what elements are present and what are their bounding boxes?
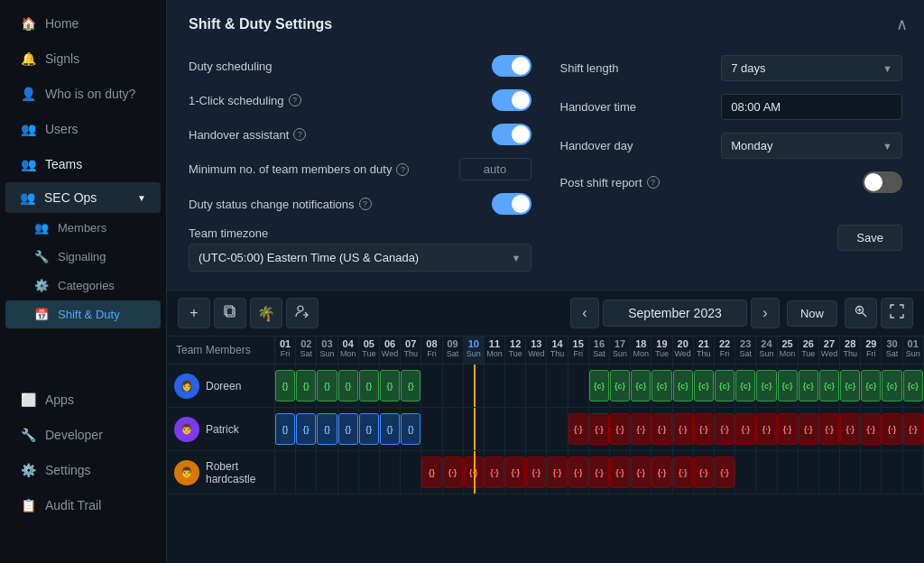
cal-cell-1-0[interactable]: {} [275,408,296,450]
cal-cell-1-21[interactable]: {·} [715,408,735,450]
cal-cell-2-25[interactable] [799,451,819,494]
save-button[interactable]: Save [837,225,902,251]
copy-button[interactable] [214,298,246,328]
handover-time-input[interactable]: 08:00 AM [721,94,902,120]
cal-cell-2-16[interactable]: {·} [610,451,631,494]
cal-cell-1-17[interactable]: {·} [631,408,651,450]
cal-cell-1-26[interactable]: {·} [819,408,840,450]
sidebar-sub-signaling[interactable]: 🔧 Signaling [5,243,161,271]
cal-cell-0-7[interactable] [421,365,442,407]
sidebar-sub-members[interactable]: 👥 Members [5,214,161,242]
holiday-button[interactable]: 🌴 [250,298,282,328]
sidebar-item-audit-trail[interactable]: 📋 Audit Trail [5,488,161,522]
cal-cell-1-6[interactable]: {} [401,408,421,450]
cal-cell-0-10[interactable] [485,365,505,407]
cal-cell-1-29[interactable]: {·} [882,408,902,450]
sidebar-sub-shift-duty[interactable]: 📅 Shift & Duty [5,300,161,328]
cal-cell-2-7[interactable]: {} [421,451,442,494]
cal-cell-0-0[interactable]: {} [275,365,296,407]
cal-cell-1-7[interactable] [421,408,442,450]
cal-cell-1-12[interactable] [526,408,547,450]
cal-cell-1-23[interactable]: {·} [756,408,777,450]
cal-cell-2-14[interactable]: {·} [568,451,589,494]
cal-cell-0-24[interactable]: {c} [778,365,799,407]
cal-cell-0-16[interactable]: {c} [610,365,631,407]
cal-cell-1-1[interactable]: {} [296,408,317,450]
duty-status-help-icon[interactable]: ? [359,198,372,210]
cal-cell-1-19[interactable]: {·} [673,408,694,450]
cal-cell-1-15[interactable]: {·} [589,408,610,450]
one-click-toggle[interactable] [492,89,531,111]
sidebar-item-home[interactable]: 🏠 Home [5,6,161,41]
cal-cell-1-2[interactable]: {} [317,408,337,450]
cal-cell-1-3[interactable]: {} [338,408,359,450]
cal-cell-2-15[interactable]: {·} [589,451,610,494]
sidebar-sub-categories[interactable]: ⚙️ Categories [5,272,161,300]
cal-cell-1-14[interactable]: {·} [568,408,589,450]
duty-status-toggle[interactable] [492,193,531,215]
assign-button[interactable] [286,298,319,328]
cal-cell-2-18[interactable]: {·} [651,451,672,494]
cal-cell-0-8[interactable] [443,365,464,407]
shift-length-select[interactable]: 7 days ▼ [721,55,902,81]
cal-cell-1-18[interactable]: {·} [651,408,672,450]
cal-cell-0-21[interactable]: {c} [715,365,735,407]
cal-cell-0-1[interactable]: {} [296,365,317,407]
cal-cell-0-25[interactable]: {c} [799,365,819,407]
cal-cell-2-4[interactable] [359,451,380,494]
sidebar-item-signls[interactable]: 🔔 Signls [5,42,161,76]
cal-cell-1-20[interactable]: {·} [694,408,715,450]
cal-cell-0-30[interactable]: {c} [903,365,924,407]
cal-cell-0-6[interactable]: {} [401,365,421,407]
cal-cell-2-28[interactable] [861,451,882,494]
cal-cell-0-27[interactable]: {c} [840,365,861,407]
prev-month-button[interactable]: ‹ [570,298,599,328]
cal-cell-2-23[interactable] [756,451,777,494]
cal-cell-2-2[interactable] [317,451,337,494]
duty-scheduling-toggle[interactable] [492,55,531,77]
cal-cell-0-12[interactable] [526,365,547,407]
cal-cell-1-5[interactable]: {} [380,408,401,450]
min-members-help-icon[interactable]: ? [396,163,409,176]
cal-cell-0-13[interactable] [547,365,568,407]
sidebar-item-teams[interactable]: 👥 Teams [5,147,161,181]
sidebar-item-sec-ops[interactable]: 👥 SEC Ops ▼ [5,182,161,213]
cal-cell-0-11[interactable] [505,365,526,407]
cal-cell-1-27[interactable]: {·} [840,408,861,450]
handover-assistant-toggle[interactable] [492,124,531,145]
cal-cell-2-29[interactable] [882,451,902,494]
zoom-button[interactable] [845,298,877,328]
sidebar-item-settings[interactable]: ⚙️ Settings [5,453,161,487]
cal-cell-0-3[interactable]: {} [338,365,359,407]
cal-cell-0-19[interactable]: {c} [673,365,694,407]
cal-cell-0-15[interactable]: {c} [589,365,610,407]
cal-cell-0-28[interactable]: {c} [861,365,882,407]
cal-cell-2-3[interactable] [338,451,359,494]
timezone-select[interactable]: (UTC-05:00) Eastern Time (US & Canada) ▼ [189,244,531,272]
cal-cell-2-20[interactable]: {·} [694,451,715,494]
sidebar-item-users[interactable]: 👥 Users [5,112,161,146]
cal-cell-2-5[interactable] [380,451,401,494]
cal-cell-1-10[interactable] [485,408,505,450]
cal-cell-2-1[interactable] [296,451,317,494]
cal-cell-0-29[interactable]: {c} [882,365,902,407]
cal-cell-1-16[interactable]: {·} [610,408,631,450]
cal-cell-2-11[interactable]: {·} [505,451,526,494]
cal-cell-2-8[interactable]: {·} [443,451,464,494]
cal-cell-1-4[interactable]: {} [359,408,380,450]
member-bars-1[interactable]: {}{}{}{}{}{}{}{·}{·}{·}{·}{·}{·}{·}{·}{·… [275,408,924,450]
cal-cell-2-22[interactable] [735,451,756,494]
cal-cell-1-30[interactable]: {·} [903,408,924,450]
cal-cell-0-20[interactable]: {c} [694,365,715,407]
expand-button[interactable] [881,298,913,328]
cal-cell-2-27[interactable] [840,451,861,494]
cal-cell-1-13[interactable] [547,408,568,450]
sidebar-item-apps[interactable]: ⬜ Apps [5,383,161,417]
cal-cell-2-6[interactable] [401,451,421,494]
one-click-help-icon[interactable]: ? [289,94,301,106]
post-shift-toggle[interactable] [863,171,902,193]
cal-cell-0-2[interactable]: {} [317,365,337,407]
cal-cell-2-0[interactable] [275,451,296,494]
cal-cell-2-21[interactable]: {·} [715,451,735,494]
cal-cell-0-26[interactable]: {c} [819,365,840,407]
